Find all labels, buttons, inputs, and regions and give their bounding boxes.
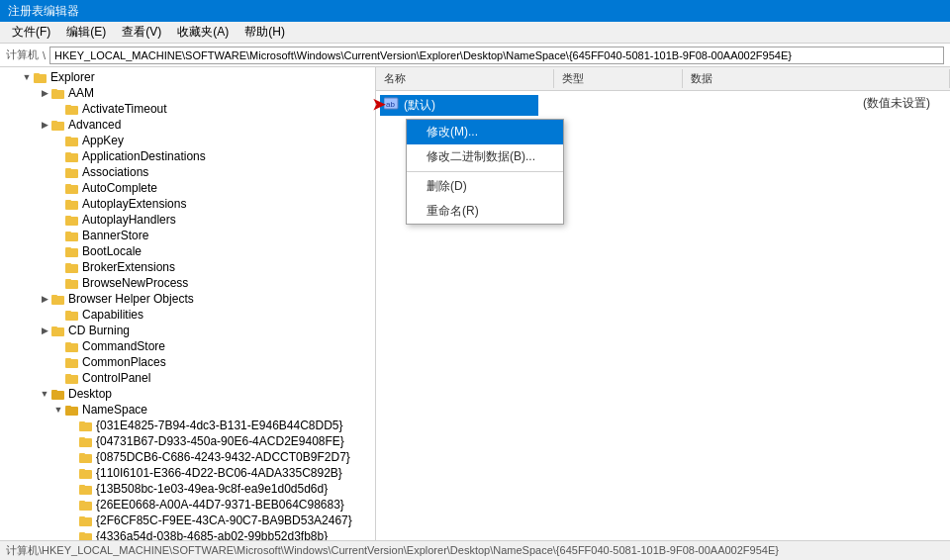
svg-rect-44 <box>79 422 92 431</box>
svg-rect-57 <box>79 516 85 518</box>
svg-text:ab: ab <box>386 100 395 109</box>
expand-icon-CDBurning[interactable]: ▶ <box>38 324 51 337</box>
svg-rect-0 <box>34 74 47 83</box>
tree-label-ns5: {13B508bc-1e03-49ea-9c8f-ea9e1d0d5d6d} <box>96 482 328 496</box>
tree-item-AAM[interactable]: ▶ AAM <box>0 85 375 101</box>
tree-item-ns2[interactable]: {04731B67-D933-450a-90E6-4ACD2E9408FE} <box>0 433 375 449</box>
tree-label-CommonPlaces: CommonPlaces <box>82 355 166 369</box>
tree-label-AutoComplete: AutoComplete <box>82 181 157 195</box>
tree-item-ControlPanel[interactable]: ControlPanel <box>0 370 375 386</box>
svg-rect-28 <box>51 296 64 305</box>
folder-icon-ns8 <box>79 530 93 540</box>
tree-item-Desktop[interactable]: ▼ Desktop <box>0 386 375 402</box>
tree-item-ns7[interactable]: {2F6CF85C-F9EE-43CA-90C7-BA9BD53A2467} <box>0 513 375 528</box>
folder-icon-BrowserHelper <box>51 293 65 305</box>
tree-item-AutoComplete[interactable]: AutoComplete <box>0 180 375 196</box>
svg-rect-11 <box>65 152 71 154</box>
tree-item-BrokerExtensions[interactable]: BrokerExtensions <box>0 259 375 275</box>
tree-item-BootLocale[interactable]: BootLocale <box>0 243 375 259</box>
tree-item-Associations[interactable]: Associations <box>0 164 375 180</box>
tree-item-CommandStore[interactable]: CommandStore <box>0 338 375 354</box>
context-menu-modify[interactable]: 修改(M)... <box>407 120 563 144</box>
context-menu: 修改(M)... 修改二进制数据(B)... 删除(D) 重命名(R) <box>406 119 564 225</box>
tree-item-BrowseNewProcess[interactable]: BrowseNewProcess <box>0 275 375 291</box>
tree-item-NameSpace[interactable]: ▼ NameSpace <box>0 402 375 418</box>
context-menu-rename[interactable]: 重命名(R) <box>407 199 563 224</box>
tree-item-CommonPlaces[interactable]: CommonPlaces <box>0 354 375 370</box>
folder-icon-ControlPanel <box>65 372 79 384</box>
folder-icon-BannerStore <box>65 230 79 241</box>
tree-label-BannerStore: BannerStore <box>82 229 148 242</box>
svg-rect-18 <box>65 217 78 226</box>
selected-value-entry[interactable]: ab (默认) <box>380 95 538 116</box>
tree-label-ns8: {4336a54d-038b-4685-ab02-99bb52d3fb8b} <box>96 529 328 540</box>
col-header-type: 类型 <box>554 69 683 88</box>
svg-rect-9 <box>65 137 71 139</box>
value-name-default: (默认) <box>404 97 435 114</box>
tree-item-CDBurning[interactable]: ▶ CD Burning <box>0 323 375 338</box>
folder-icon-BootLocale <box>65 245 79 257</box>
folder-icon-Capabilities <box>65 309 79 321</box>
svg-rect-10 <box>65 153 78 162</box>
tree-item-ActivateTimeout[interactable]: ActivateTimeout <box>0 101 375 117</box>
svg-rect-15 <box>65 184 71 186</box>
expand-icon-BrowserHelper[interactable]: ▶ <box>38 292 51 306</box>
svg-rect-52 <box>79 486 92 495</box>
tree-item-ns4[interactable]: {110I6101-E366-4D22-BC06-4ADA335C892B} <box>0 465 375 481</box>
expand-icon-Advanced[interactable]: ▶ <box>38 118 51 132</box>
context-menu-modify-binary[interactable]: 修改二进制数据(B)... <box>407 144 563 169</box>
tree-item-Capabilities[interactable]: Capabilities <box>0 307 375 323</box>
svg-rect-24 <box>65 264 78 273</box>
context-menu-delete[interactable]: 删除(D) <box>407 174 563 199</box>
folder-icon-ActivateTimeout <box>65 103 79 115</box>
svg-rect-51 <box>79 469 85 471</box>
svg-rect-53 <box>79 485 85 487</box>
folder-icon-ns2 <box>79 435 93 447</box>
expand-icon-Desktop[interactable]: ▼ <box>38 387 51 401</box>
address-input[interactable] <box>49 47 944 64</box>
svg-rect-33 <box>51 327 57 328</box>
tree-item-ns5[interactable]: {13B508bc-1e03-49ea-9c8f-ea9e1d0d5d6d} <box>0 481 375 497</box>
svg-rect-43 <box>65 406 71 408</box>
expand-icon-NameSpace[interactable]: ▼ <box>51 403 65 417</box>
right-content: ➤ ab (默认) 修改(M)... 修改二进制数据(B)... <box>376 91 950 540</box>
tree-item-ns1[interactable]: {031E4825-7B94-4dc3-B131-E946B44C8DD5} <box>0 418 375 433</box>
tree-item-Advanced[interactable]: ▶ Advanced <box>0 117 375 133</box>
title-bar: 注册表编辑器 <box>0 0 950 22</box>
svg-rect-23 <box>65 247 71 249</box>
tree-label-Desktop: Desktop <box>68 387 112 401</box>
menu-favorites[interactable]: 收藏夹(A) <box>169 22 237 43</box>
svg-rect-12 <box>65 169 78 178</box>
folder-icon-AppDest <box>65 150 79 162</box>
menu-file[interactable]: 文件(F) <box>4 22 58 43</box>
tree-item-ns8[interactable]: {4336a54d-038b-4685-ab02-99bb52d3fb8b} <box>0 528 375 540</box>
tree-item-AppKey[interactable]: AppKey <box>0 133 375 148</box>
menu-edit[interactable]: 编辑(E) <box>58 22 114 43</box>
folder-icon-BrowseNew <box>65 277 79 289</box>
tree-item-AutoplayHandlers[interactable]: AutoplayHandlers <box>0 212 375 228</box>
expand-icon-AAM[interactable]: ▶ <box>38 86 51 100</box>
svg-rect-48 <box>79 454 92 463</box>
svg-rect-32 <box>51 327 64 336</box>
folder-icon-NameSpace <box>65 404 79 416</box>
address-separator: \ <box>43 49 46 61</box>
svg-rect-45 <box>79 421 85 423</box>
svg-rect-1 <box>34 73 40 75</box>
expand-icon-Explorer[interactable]: ▼ <box>20 70 34 84</box>
tree-item-BannerStore[interactable]: BannerStore <box>0 228 375 243</box>
tree-item-BrowserHelperObjects[interactable]: ▶ Browser Helper Objects <box>0 291 375 307</box>
menu-view[interactable]: 查看(V) <box>114 22 169 43</box>
tree-item-ns3[interactable]: {0875DCB6-C686-4243-9432-ADCCT0B9F2D7} <box>0 449 375 465</box>
tree-item-ApplicationDestinations[interactable]: ApplicationDestinations <box>0 148 375 164</box>
folder-icon-ns5 <box>79 483 93 495</box>
tree-label-AppKey: AppKey <box>82 134 124 147</box>
tree-item-AutoplayExtensions[interactable]: AutoplayExtensions <box>0 196 375 212</box>
menu-help[interactable]: 帮助(H) <box>237 22 293 43</box>
tree-item-Explorer[interactable]: ▼ Explorer <box>0 69 375 85</box>
tree-label-CommandStore: CommandStore <box>82 339 165 353</box>
tree-label-ns2: {04731B67-D933-450a-90E6-4ACD2E9408FE} <box>96 434 344 448</box>
tree-item-ns6[interactable]: {26EE0668-A00A-44D7-9371-BEB064C98683} <box>0 497 375 513</box>
tree-pane[interactable]: ▼ Explorer ▶ AAM ActivateTimeout ▶ <box>0 67 376 540</box>
svg-rect-3 <box>51 89 57 91</box>
status-text: 计算机\HKEY_LOCAL_MACHINE\SOFTWARE\Microsof… <box>6 543 779 558</box>
